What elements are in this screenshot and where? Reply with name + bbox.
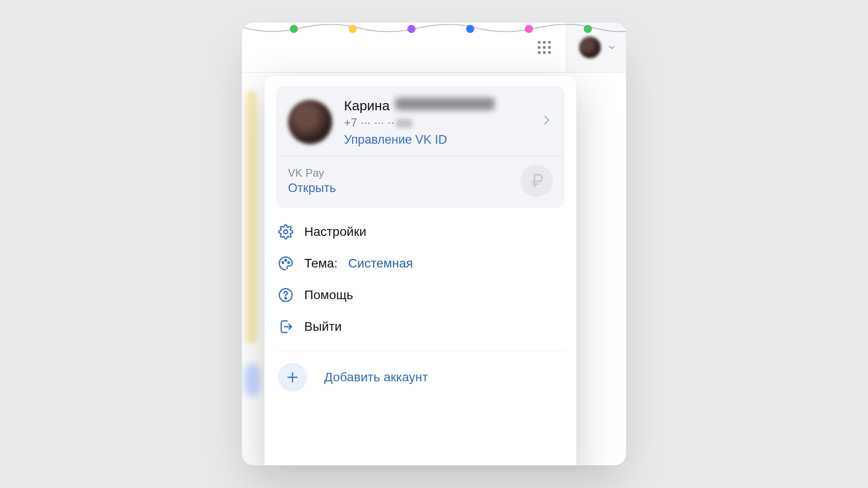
gear-icon (278, 224, 293, 239)
account-dropdown: Карина +7 ··· ··· ·· Управление VK ID VK… (264, 76, 576, 465)
palette-icon (278, 256, 293, 271)
logout-icon (278, 319, 293, 334)
menu-list: Настройки Тема: Системная Помощь (264, 216, 576, 392)
profile-card: Карина +7 ··· ··· ·· Управление VK ID VK… (276, 86, 565, 208)
vkpay-row[interactable]: VK Pay Открыть (276, 156, 565, 208)
menu-label: Помощь (304, 288, 353, 302)
theme-label: Тема: (304, 256, 338, 270)
menu-item-help[interactable]: Помощь (264, 279, 576, 311)
avatar-mini (579, 37, 601, 58)
plus-icon (278, 363, 307, 392)
svg-point-8 (548, 51, 551, 54)
svg-point-2 (548, 41, 551, 44)
svg-point-1 (543, 41, 546, 44)
vkpay-label: VK Pay (288, 167, 336, 179)
chevron-right-icon (540, 114, 553, 128)
menu-label: Выйти (304, 319, 342, 334)
add-account-row[interactable]: Добавить аккаунт (264, 351, 576, 392)
menu-item-theme[interactable]: Тема: Системная (264, 248, 576, 279)
background-blur-circle (245, 364, 260, 396)
top-bar (242, 23, 626, 73)
services-grid-icon[interactable] (535, 38, 553, 56)
svg-point-5 (548, 46, 551, 49)
vkid-manage-link[interactable]: Управление VK ID (344, 133, 495, 147)
svg-point-3 (538, 46, 541, 49)
profile-row[interactable]: Карина +7 ··· ··· ·· Управление VK ID (276, 86, 565, 156)
menu-item-settings[interactable]: Настройки (264, 216, 576, 248)
svg-point-15 (284, 230, 288, 234)
profile-phone-masked: +7 ··· ··· ·· (344, 116, 495, 129)
help-icon (278, 287, 293, 303)
svg-point-18 (288, 262, 289, 263)
svg-point-7 (543, 51, 546, 54)
profile-first-name: Карина (344, 98, 390, 113)
profile-last-name-blurred (395, 98, 495, 110)
vkpay-open-link[interactable]: Открыть (288, 181, 336, 195)
chevron-down-icon (607, 43, 616, 52)
svg-point-20 (285, 298, 286, 299)
profile-text: Карина +7 ··· ··· ·· Управление VK ID (344, 97, 495, 147)
svg-point-0 (538, 41, 541, 44)
avatar (288, 100, 332, 144)
svg-point-6 (538, 51, 541, 54)
add-account-label: Добавить аккаунт (324, 370, 428, 385)
svg-point-17 (285, 259, 286, 261)
theme-value: Системная (348, 256, 413, 270)
account-menu-trigger[interactable] (566, 23, 626, 72)
menu-item-logout[interactable]: Выйти (264, 311, 576, 343)
svg-point-16 (282, 262, 283, 263)
ruble-icon (520, 164, 553, 197)
background-blur-strip (245, 90, 257, 343)
svg-point-4 (543, 46, 546, 49)
screenshot-frame: Карина +7 ··· ··· ·· Управление VK ID VK… (242, 23, 626, 465)
menu-label: Настройки (304, 225, 366, 239)
